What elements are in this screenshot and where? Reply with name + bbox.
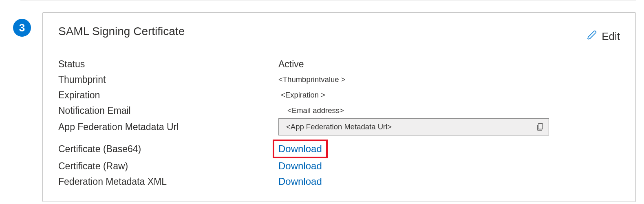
saml-signing-certificate-card: SAML Signing Certificate Edit Status Act… [42, 12, 636, 202]
row-cert-base64: Certificate (Base64) Download [58, 140, 620, 158]
value-thumbprint: <Thumbprintvalue > [278, 75, 346, 84]
row-notification-email: Notification Email <Email address> [58, 103, 620, 118]
svg-rect-0 [538, 124, 543, 129]
row-federation-url: App Federation Metadata Url <App Federat… [58, 118, 620, 135]
copy-icon[interactable] [536, 122, 545, 131]
step-number-badge: 3 [13, 19, 31, 37]
row-metadata-xml: Federation Metadata XML Download [58, 174, 620, 189]
label-cert-base64: Certificate (Base64) [58, 144, 278, 155]
label-federation-url: App Federation Metadata Url [58, 122, 278, 133]
step-number: 3 [19, 22, 25, 34]
label-thumbprint: Thumbprint [58, 74, 278, 85]
edit-button[interactable]: Edit [587, 30, 620, 43]
row-status: Status Active [58, 56, 620, 72]
row-expiration: Expiration <Expiration > [58, 87, 620, 103]
download-metadata-xml[interactable]: Download [278, 176, 322, 187]
card-header: SAML Signing Certificate Edit [58, 25, 620, 43]
pencil-icon [587, 30, 598, 43]
edit-label: Edit [602, 30, 620, 43]
row-cert-raw: Certificate (Raw) Download [58, 158, 620, 174]
label-status: Status [58, 59, 278, 70]
value-expiration: <Expiration > [278, 91, 325, 100]
download-cert-raw[interactable]: Download [278, 160, 322, 172]
federation-url-value: <App Federation Metadata Url> [286, 122, 536, 131]
label-cert-raw: Certificate (Raw) [58, 161, 278, 172]
value-status: Active [278, 59, 304, 70]
label-metadata-xml: Federation Metadata XML [58, 176, 278, 187]
card-title: SAML Signing Certificate [58, 25, 185, 38]
fields-list: Status Active Thumbprint <Thumbprintvalu… [58, 56, 620, 189]
download-cert-base64[interactable]: Download [273, 140, 328, 158]
value-notification-email: <Email address> [278, 106, 344, 115]
label-expiration: Expiration [58, 90, 278, 101]
federation-url-input[interactable]: <App Federation Metadata Url> [278, 118, 549, 135]
label-notification-email: Notification Email [58, 105, 278, 116]
row-thumbprint: Thumbprint <Thumbprintvalue > [58, 72, 620, 87]
divider-top [20, 0, 636, 0]
